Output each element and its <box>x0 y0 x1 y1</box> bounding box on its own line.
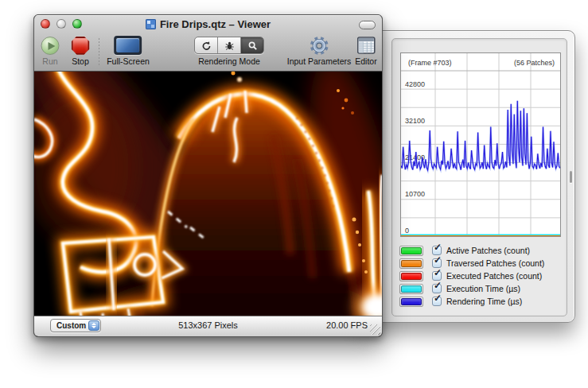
legend-label: Executed Patches (count) <box>446 271 542 281</box>
graph-legend: ✓ Active Patches (count) ✓ Traversed Pat… <box>399 244 544 308</box>
toolbar: Run Stop Full-Screen <box>34 33 382 71</box>
rendering-mode-segmented <box>194 37 264 54</box>
color-swatch[interactable] <box>399 284 423 294</box>
toolbar-separator <box>99 38 99 67</box>
check-icon: ✓ <box>434 242 442 252</box>
check-icon: ✓ <box>434 268 442 277</box>
legend-label: Active Patches (count) <box>446 246 530 255</box>
color-swatch[interactable] <box>399 297 423 307</box>
inspect-mode-segment[interactable] <box>241 37 263 53</box>
check-icon: ✓ <box>434 293 442 303</box>
window-title: Fire Drips.qtz – Viewer <box>82 17 334 31</box>
stats-panel: (Frame #703) (56 Patches) 42800 32100 21… <box>391 38 567 316</box>
editor-button[interactable]: Editor <box>355 34 376 66</box>
color-swatch[interactable] <box>399 271 423 281</box>
traffic-lights <box>41 19 82 29</box>
stats-drawer: (Frame #703) (56 Patches) 42800 32100 21… <box>362 30 575 323</box>
document-icon <box>146 19 156 29</box>
title-text: Fire Drips.qtz – Viewer <box>160 18 271 30</box>
run-icon <box>41 37 60 55</box>
zoom-button[interactable] <box>72 19 82 29</box>
drawer-resize-handle[interactable] <box>570 171 572 183</box>
resize-grip[interactable] <box>370 324 380 335</box>
fps-readout: 20.00 FPS <box>326 320 368 330</box>
rendering-mode-control: Rendering Mode <box>194 34 264 66</box>
check-icon: ✓ <box>434 281 442 290</box>
refresh-icon <box>201 41 212 51</box>
viewer-window: Fire Drips.qtz – Viewer Run Stop Full-Sc… <box>33 14 383 337</box>
statusbar: Custom 513x367 Pixels 20.00 FPS <box>34 316 382 336</box>
legend-label: Rendering Time (µs) <box>446 297 522 306</box>
fullscreen-icon <box>115 36 142 55</box>
color-swatch[interactable] <box>399 246 423 256</box>
legend-row: ✓ Active Patches (count) <box>399 244 544 257</box>
titlebar-toolbar[interactable]: Fire Drips.qtz – Viewer Run Stop Full-Sc… <box>34 15 382 72</box>
graph-series <box>401 71 560 236</box>
input-parameters-button[interactable]: Input Parameters <box>287 34 352 66</box>
toolbar-toggle-button[interactable] <box>359 21 376 29</box>
minimize-button[interactable] <box>56 19 66 29</box>
stop-button[interactable]: Stop <box>72 34 90 66</box>
profile-mode-segment[interactable] <box>218 37 241 53</box>
close-button[interactable] <box>41 19 50 29</box>
stop-icon <box>72 37 90 55</box>
legend-label: Traversed Patches (count) <box>446 258 544 268</box>
bug-icon <box>224 41 235 51</box>
magnifier-icon <box>247 41 258 51</box>
fire-drips-rendering <box>34 72 382 316</box>
run-button[interactable]: Run <box>41 34 60 66</box>
patch-counter: (56 Patches) <box>514 59 555 67</box>
check-icon: ✓ <box>434 255 442 265</box>
refresh-mode-segment[interactable] <box>195 37 218 53</box>
legend-label: Execution Time (µs) <box>446 284 520 293</box>
legend-row: ✓ Traversed Patches (count) <box>399 257 544 270</box>
color-swatch[interactable] <box>399 258 423 269</box>
legend-row: ✓ Execution Time (µs) <box>399 282 544 295</box>
gear-icon <box>308 35 329 56</box>
fullscreen-button[interactable]: Full-Screen <box>107 34 150 66</box>
render-view[interactable] <box>34 72 382 316</box>
legend-row: ✓ Executed Patches (count) <box>399 270 544 282</box>
checkbox[interactable]: ✓ <box>432 297 442 306</box>
performance-graph: (Frame #703) (56 Patches) 42800 32100 21… <box>400 52 561 237</box>
frame-counter: (Frame #703) <box>408 59 452 67</box>
editor-icon <box>356 36 376 55</box>
legend-row: ✓ Rendering Time (µs) <box>399 295 544 308</box>
